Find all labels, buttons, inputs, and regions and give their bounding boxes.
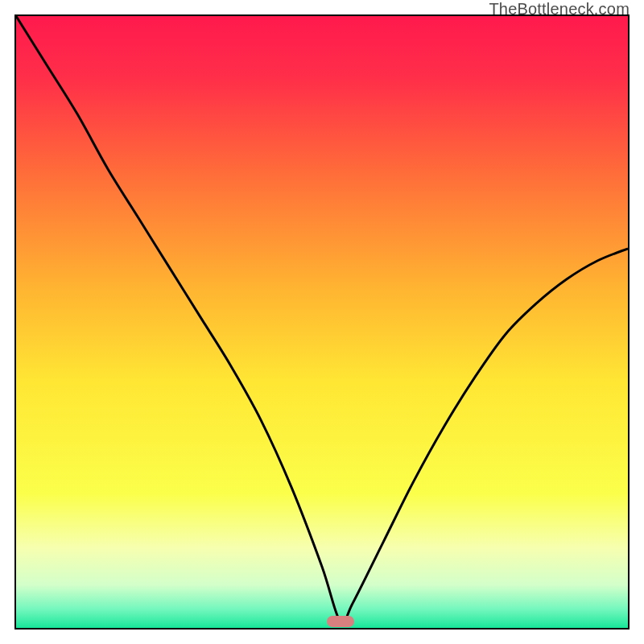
bottleneck-curve-line — [16, 16, 628, 624]
curve-layer — [16, 16, 628, 628]
plot-area — [14, 14, 630, 630]
bottleneck-chart: TheBottleneck.com — [0, 0, 644, 644]
minimum-marker — [327, 616, 354, 627]
